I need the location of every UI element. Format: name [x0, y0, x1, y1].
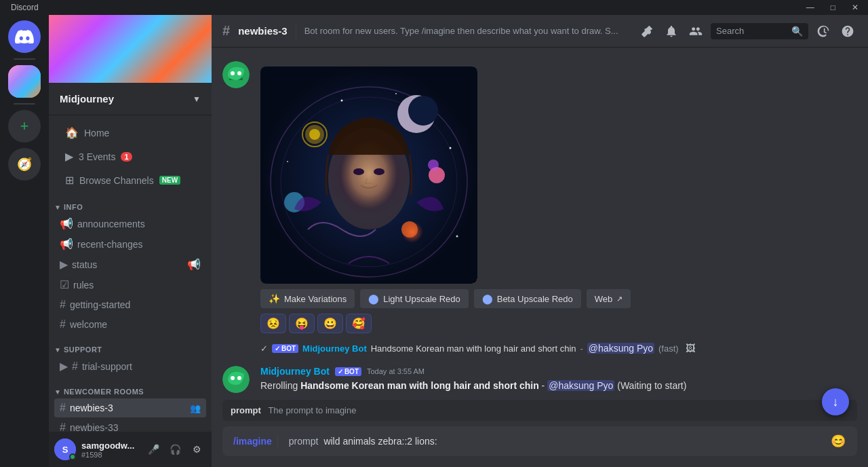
input-command: /imagine — [233, 428, 272, 454]
bell-icon[interactable] — [662, 22, 681, 41]
events-badge: 1 — [121, 152, 132, 162]
svg-point-28 — [237, 376, 241, 380]
user-info: samgoodw... #1598 — [81, 441, 138, 459]
channel-name-rules: rules — [73, 280, 201, 291]
svg-point-18 — [450, 147, 452, 149]
prompt-description: The prompt to imagine — [268, 405, 356, 415]
light-upscale-label: Light Upscale Redo — [383, 294, 460, 304]
inbox-icon[interactable] — [814, 22, 833, 41]
svg-text:S: S — [62, 445, 68, 455]
channel-newbies-33[interactable]: # newbies-33 — [54, 418, 206, 432]
reaction-tired[interactable]: 😣 — [260, 314, 286, 333]
text-bold: Handsome Korean man with long hair and s… — [300, 380, 539, 391]
home-icon: 🏠 — [65, 126, 79, 139]
category-info[interactable]: ▼ INFO — [49, 192, 212, 214]
light-upscale-redo-button[interactable]: ⬤ Light Upscale Redo — [360, 289, 468, 308]
members-icon[interactable] — [686, 22, 705, 41]
channel-trial-support[interactable]: ▶ # trial-support — [54, 356, 206, 376]
nav-home[interactable]: 🏠 Home — [54, 121, 206, 145]
server-header[interactable]: Midjourney ▼ — [49, 83, 212, 115]
search-bar[interactable]: Search 🔍 — [711, 23, 808, 39]
chat-input[interactable] — [323, 428, 830, 454]
user-status-dot — [69, 453, 76, 460]
server-divider-2 — [14, 103, 35, 105]
add-server-button[interactable]: + — [8, 110, 41, 143]
channel-name-announcements: announcements — [77, 219, 201, 229]
make-variations-button[interactable]: ✨ Make Variations — [260, 289, 355, 308]
announcement-icon: 📢 — [60, 217, 73, 230]
verified-icon: ✓ — [275, 345, 280, 352]
channel-name-newbies-33: newbies-33 — [70, 422, 201, 432]
channel-welcome[interactable]: # welcome — [54, 315, 206, 334]
hash-icon-1: # — [60, 299, 66, 311]
mention-haksung[interactable]: @haksung Pyo — [587, 343, 654, 354]
explore-servers-button[interactable]: 🧭 — [8, 148, 41, 181]
channel-rules[interactable]: ☑ rules — [54, 275, 206, 295]
ref-fast: (fast) — [658, 343, 679, 354]
channel-name-status: status — [72, 259, 183, 270]
emoji-picker-button[interactable]: 😊 — [830, 433, 846, 449]
nav-events[interactable]: ▶ 3 Events 1 — [54, 145, 206, 168]
maximize-button[interactable]: □ — [827, 1, 840, 14]
close-button[interactable]: ✕ — [848, 1, 863, 14]
message-timestamp: Today at 3:55 AM — [367, 367, 425, 375]
channel-status[interactable]: ▶ status 📢 — [54, 255, 206, 274]
category-arrow-support: ▼ — [54, 346, 61, 354]
bot-text: BOT — [344, 368, 359, 375]
emoji-reactions: 😣 😝 😀 🥰 — [260, 314, 857, 333]
announcement-icon-3: ▶ — [60, 258, 68, 271]
minimize-button[interactable]: — — [802, 1, 818, 14]
events-icon: ▶ — [65, 150, 73, 163]
pin-icon[interactable] — [637, 22, 656, 41]
svg-point-3 — [231, 71, 235, 75]
reaction-silly[interactable]: 😝 — [289, 314, 315, 333]
channel-getting-started[interactable]: # getting-started — [54, 295, 206, 314]
channel-name-welcome: welcome — [70, 319, 201, 330]
server-banner — [49, 15, 212, 83]
user-name: samgoodw... — [81, 441, 138, 451]
channel-recent-changes[interactable]: 📢 recent-changes — [54, 234, 206, 254]
category-support[interactable]: ▼ SUPPORT — [49, 335, 212, 356]
channel-header-topic: Bot room for new users. Type /imagine th… — [304, 26, 629, 36]
hash-icon-3: # — [72, 360, 78, 373]
nav-browse-channels[interactable]: ⊞ Browse Channels NEW — [54, 168, 206, 192]
message-content-reroll: Midjourney Bot ✓ BOT Today at 3:55 AM Re… — [260, 366, 857, 393]
beta-upscale-redo-button[interactable]: ⬤ Beta Upscale Redo — [474, 289, 581, 308]
mention-haksung-2[interactable]: @haksung Pyo — [547, 380, 614, 391]
channel-newbies-3[interactable]: # newbies-3 👥 — [54, 398, 206, 417]
verified-check: ✓ — [338, 368, 343, 375]
input-area: /imagine prompt 😊 ↓ — [212, 426, 868, 467]
microphone-button[interactable]: 🎤 — [144, 440, 163, 459]
channel-list: 🏠 Home ▶ 3 Events 1 ⊞ Browse Channels NE… — [49, 115, 212, 432]
category-newcomer-rooms[interactable]: ▼ NEWCOMER ROOMS — [49, 377, 212, 398]
reaction-love[interactable]: 🥰 — [346, 314, 372, 333]
settings-button[interactable]: ⚙ — [187, 440, 206, 459]
nav-browse-label: Browse Channels — [79, 175, 154, 186]
verified-bot-badge: ✓ BOT — [335, 367, 361, 376]
discord-home-button[interactable] — [8, 20, 41, 53]
channel-name-trial-support: trial-support — [82, 361, 201, 372]
make-variations-label: Make Variations — [284, 294, 347, 304]
jump-to-bottom-button[interactable]: ↓ — [822, 388, 849, 415]
message-image-post: ✨ Make Variations ⬤ Light Upscale Redo ⬤… — [222, 58, 857, 336]
image-reference-icon[interactable]: 🖼 — [683, 340, 698, 356]
hash-icon-5: # — [60, 422, 66, 432]
channel-announcements[interactable]: 📢 announcements — [54, 214, 206, 234]
reaction-happy[interactable]: 😀 — [317, 314, 343, 333]
text-sep: - — [539, 380, 547, 391]
chat-input-box[interactable]: /imagine prompt 😊 — [222, 426, 857, 456]
svg-point-25 — [401, 221, 418, 238]
headphone-button[interactable]: 🎧 — [165, 440, 184, 459]
reference-content: ✓ ✓ BOT Midjourney Bot Handsome Korean m… — [260, 340, 698, 356]
messages-area: ✨ Make Variations ⬤ Light Upscale Redo ⬤… — [212, 48, 868, 394]
search-icon: 🔍 — [791, 26, 803, 37]
text-prefix: Rerolling — [260, 380, 300, 391]
reference-check-icon: ✓ — [260, 343, 268, 354]
server-icon-midjourney[interactable] — [8, 65, 41, 98]
help-icon[interactable] — [838, 22, 857, 41]
svg-point-12 — [408, 96, 438, 126]
beta-upscale-label: Beta Upscale Redo — [497, 294, 573, 304]
svg-point-17 — [395, 93, 397, 94]
channel-header: # newbies-3 Bot room for new users. Type… — [212, 15, 868, 48]
web-button[interactable]: Web ↗ — [587, 289, 631, 308]
